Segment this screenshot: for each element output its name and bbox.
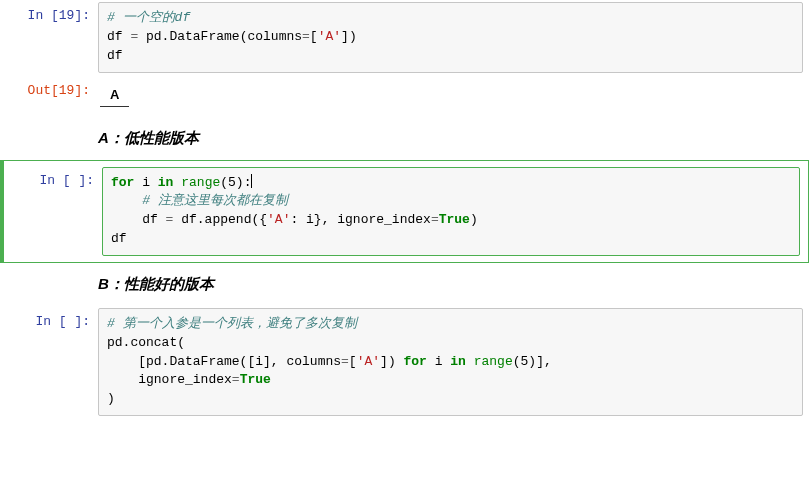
- output-body-1: A: [98, 77, 809, 117]
- code-cell-3: In [ ]: # 第一个入参是一个列表，避免了多次复制 pd.concat( …: [0, 306, 809, 418]
- markdown-heading-b: B：性能好的版本: [0, 265, 809, 306]
- selected-cell-border: In [ ]: for i in range(5): # 注意这里每次都在复制 …: [0, 160, 809, 263]
- markdown-heading-a: A：低性能版本: [0, 119, 809, 160]
- code-comment: # 第一个入参是一个列表，避免了多次复制: [107, 316, 357, 331]
- code-area-2[interactable]: for i in range(5): # 注意这里每次都在复制 df = df.…: [102, 167, 800, 256]
- code-comment: # 注意这里每次都在复制: [111, 193, 288, 208]
- dataframe-output: A: [100, 83, 129, 107]
- code-cell-1: In [19]: # 一个空的df df = pd.DataFrame(colu…: [0, 0, 809, 75]
- code-area-3[interactable]: # 第一个入参是一个列表，避免了多次复制 pd.concat( [pd.Data…: [98, 308, 803, 416]
- in-prompt-1: In [19]:: [0, 2, 98, 23]
- heading-a-text: A：低性能版本: [98, 121, 809, 158]
- out-prompt-1: Out[19]:: [0, 77, 98, 98]
- in-prompt-3: In [ ]:: [0, 308, 98, 329]
- code-area-1[interactable]: # 一个空的df df = pd.DataFrame(columns=['A']…: [98, 2, 803, 73]
- in-prompt-2: In [ ]:: [4, 167, 102, 188]
- code-cell-2: In [ ]: for i in range(5): # 注意这里每次都在复制 …: [4, 165, 806, 258]
- heading-b-text: B：性能好的版本: [98, 267, 809, 304]
- text-cursor: [251, 174, 252, 188]
- code-comment: # 一个空的df: [107, 10, 190, 25]
- df-column-header: A: [100, 83, 129, 107]
- output-cell-1: Out[19]: A: [0, 75, 809, 119]
